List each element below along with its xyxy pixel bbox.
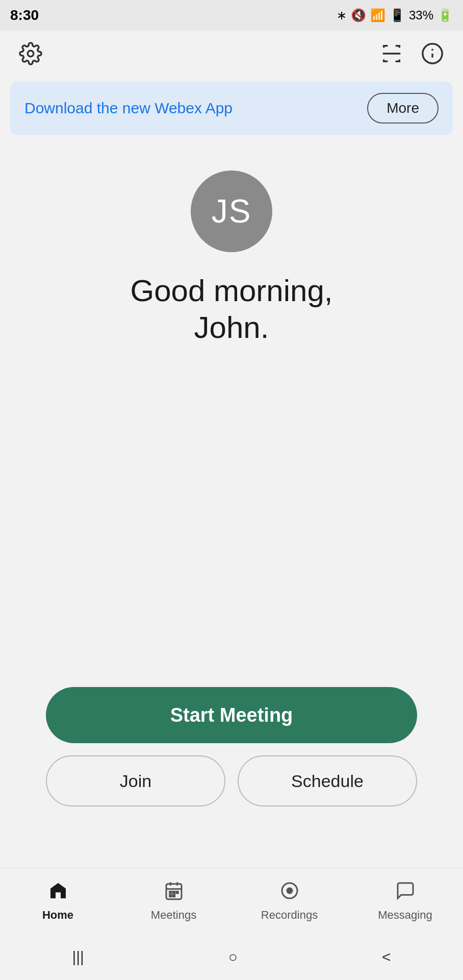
- messaging-icon: [395, 880, 416, 905]
- svg-rect-14: [173, 895, 174, 896]
- secondary-buttons: Join Schedule: [46, 755, 417, 806]
- nav-label-recordings: Recordings: [261, 909, 318, 922]
- meetings-icon: [164, 880, 184, 905]
- bottom-navigation: Home Meetings Recordings: [0, 868, 463, 934]
- action-buttons: Start Meeting Join Schedule: [0, 687, 463, 806]
- svg-point-0: [28, 51, 34, 57]
- join-button[interactable]: Join: [46, 755, 225, 806]
- avatar-initials: JS: [212, 192, 252, 230]
- svg-rect-13: [169, 895, 171, 896]
- recordings-icon: [279, 880, 300, 905]
- app-header: [0, 31, 463, 77]
- settings-button[interactable]: [15, 38, 46, 69]
- svg-rect-11: [173, 892, 174, 893]
- nav-item-home[interactable]: Home: [0, 880, 116, 922]
- nav-item-messaging[interactable]: Messaging: [347, 880, 463, 922]
- status-bar: 8:30 ∗ 🔇 📶 📱 33% 🔋: [0, 0, 463, 31]
- battery-icon: 🔋: [438, 8, 453, 22]
- battery-display: 33%: [409, 8, 433, 22]
- signal-icon: 📱: [390, 8, 405, 22]
- status-icons: ∗ 🔇 📶 📱 33% 🔋: [337, 8, 453, 22]
- nav-label-messaging: Messaging: [378, 909, 432, 922]
- mute-icon: 🔇: [351, 8, 366, 22]
- svg-point-16: [287, 888, 292, 893]
- more-button[interactable]: More: [367, 93, 439, 124]
- nav-label-meetings: Meetings: [151, 909, 196, 922]
- nav-item-meetings[interactable]: Meetings: [116, 880, 232, 922]
- greeting-line1: Good morning,: [131, 274, 333, 308]
- avatar: JS: [191, 170, 272, 252]
- home-icon: [48, 880, 68, 905]
- banner-text: Download the new Webex App: [24, 100, 233, 117]
- home-system-button[interactable]: ○: [213, 943, 253, 971]
- schedule-button[interactable]: Schedule: [238, 755, 417, 806]
- download-banner: Download the new Webex App More: [10, 82, 453, 135]
- bluetooth-icon: ∗: [337, 8, 347, 22]
- scan-button[interactable]: [376, 38, 407, 69]
- info-button[interactable]: [417, 38, 448, 69]
- nav-label-home: Home: [42, 909, 73, 922]
- nav-item-recordings[interactable]: Recordings: [232, 880, 347, 922]
- wifi-icon: 📶: [370, 8, 385, 22]
- system-nav-bar: ||| ○ <: [0, 934, 463, 980]
- recent-apps-button[interactable]: |||: [57, 943, 99, 971]
- time-display: 8:30: [10, 7, 39, 23]
- main-content: JS Good morning, John.: [0, 140, 463, 356]
- svg-rect-10: [169, 892, 171, 893]
- back-button[interactable]: <: [367, 943, 406, 971]
- greeting-line2: John.: [194, 310, 269, 345]
- svg-rect-12: [176, 892, 178, 893]
- svg-rect-5: [56, 892, 61, 898]
- start-meeting-button[interactable]: Start Meeting: [46, 687, 417, 743]
- header-right-icons: [376, 38, 448, 69]
- greeting-text: Good morning, John.: [131, 273, 333, 346]
